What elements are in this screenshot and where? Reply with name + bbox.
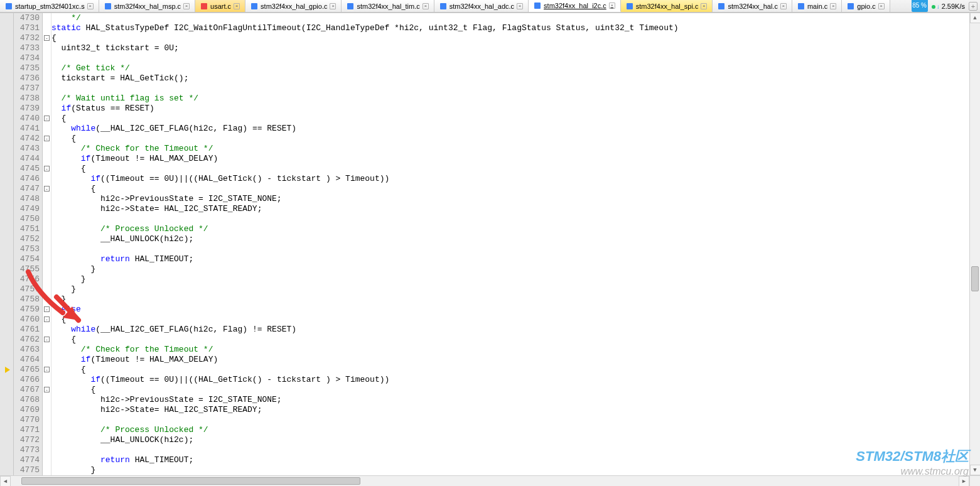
fold-cell-4767[interactable]: - — [44, 385, 50, 395]
code-line-4757[interactable]: } — [51, 284, 980, 294]
fold-cell-4765[interactable]: - — [44, 365, 50, 375]
bp-cell-4754[interactable] — [0, 254, 13, 264]
fold-cell-4747[interactable]: - — [44, 184, 50, 194]
tab-close-button[interactable]: × — [517, 3, 523, 9]
code-line-4740[interactable]: { — [51, 114, 980, 124]
tab-close-button[interactable]: × — [701, 3, 707, 9]
fold-toggle-icon[interactable]: - — [44, 367, 50, 372]
code-line-4771[interactable]: /* Process Unlocked */ — [51, 425, 980, 435]
bp-cell-4731[interactable] — [0, 23, 13, 33]
tab-stm32f4xx_hal_spi-c[interactable]: stm32f4xx_hal_spi.c× — [621, 0, 713, 12]
bp-cell-4737[interactable] — [0, 84, 13, 94]
bp-cell-4748[interactable] — [0, 194, 13, 204]
code-line-4748[interactable]: hi2c->PreviousState = I2C_STATE_NONE; — [51, 194, 980, 204]
bp-cell-4757[interactable] — [0, 284, 13, 294]
tab-close-button[interactable]: × — [234, 3, 240, 9]
code-line-4773[interactable] — [51, 445, 980, 455]
tab-stm32f4xx_hal_i2c-c[interactable]: stm32f4xx_hal_i2c.c× — [529, 0, 621, 12]
vertical-scrollbar[interactable]: ▲ ▼ — [969, 13, 980, 475]
tab-stm32f4xx_hal_gpio-c[interactable]: stm32f4xx_hal_gpio.c× — [245, 0, 342, 12]
code-line-4753[interactable] — [51, 244, 980, 254]
bp-cell-4764[interactable] — [0, 355, 13, 365]
code-line-4737[interactable] — [51, 84, 980, 94]
tab-close-button[interactable]: × — [330, 3, 336, 9]
fold-cell-4760[interactable]: - — [44, 315, 50, 325]
code-line-4758[interactable]: } — [51, 294, 980, 305]
tab-usart-c[interactable]: usart.c× — [195, 0, 245, 12]
code-line-4762[interactable]: { — [51, 335, 980, 345]
code-area[interactable]: */static HAL_StatusTypeDef I2C_WaitOnFla… — [51, 13, 980, 486]
bp-cell-4773[interactable] — [0, 445, 13, 455]
bp-cell-4761[interactable] — [0, 325, 13, 335]
code-line-4744[interactable]: if(Timeout != HAL_MAX_DELAY) — [51, 154, 980, 164]
fold-cell-4759[interactable]: - — [44, 305, 50, 315]
bp-cell-4742[interactable] — [0, 134, 13, 144]
code-line-4745[interactable]: { — [51, 164, 980, 174]
tab-gpio-c[interactable]: gpio.c× — [842, 0, 890, 12]
bp-cell-4743[interactable] — [0, 144, 13, 154]
fold-toggle-icon[interactable]: - — [44, 306, 50, 312]
tab-stm32f4xx_hal_tim-c[interactable]: stm32f4xx_hal_tim.c× — [342, 0, 434, 12]
code-line-4764[interactable]: if(Timeout != HAL_MAX_DELAY) — [51, 355, 980, 365]
bp-cell-4760[interactable] — [0, 315, 13, 325]
code-line-4761[interactable]: while(__HAL_I2C_GET_FLAG(hi2c, Flag) != … — [51, 325, 980, 335]
code-line-4772[interactable]: __HAL_UNLOCK(hi2c); — [51, 435, 980, 445]
code-line-4742[interactable]: { — [51, 134, 980, 144]
code-line-4769[interactable]: hi2c->State= HAL_I2C_STATE_READY; — [51, 405, 980, 415]
tab-stm32f4xx_hal_adc-c[interactable]: stm32f4xx_hal_adc.c× — [434, 0, 529, 12]
code-line-4735[interactable]: /* Get tick */ — [51, 63, 980, 73]
fold-toggle-icon[interactable]: - — [44, 337, 50, 342]
fold-gutter[interactable]: ---------- — [43, 13, 51, 486]
bp-cell-4767[interactable] — [0, 385, 13, 395]
code-line-4766[interactable]: if((Timeout == 0U)||((HAL_GetTick() - ti… — [51, 375, 980, 385]
bp-cell-4741[interactable] — [0, 124, 13, 134]
code-line-4734[interactable] — [51, 53, 980, 63]
code-line-4730[interactable]: */ — [51, 13, 980, 23]
bp-cell-4772[interactable] — [0, 435, 13, 445]
bp-cell-4759[interactable] — [0, 305, 13, 315]
code-line-4743[interactable]: /* Check for the Timeout */ — [51, 144, 980, 154]
bp-cell-4745[interactable] — [0, 164, 13, 174]
bp-cell-4770[interactable] — [0, 415, 13, 425]
code-line-4760[interactable]: { — [51, 315, 980, 325]
fold-cell-4762[interactable]: - — [44, 335, 50, 345]
scroll-down-button[interactable]: ▼ — [970, 465, 981, 475]
tab-main-c[interactable]: main.c× — [792, 0, 842, 12]
bp-cell-4746[interactable] — [0, 174, 13, 184]
bp-cell-4750[interactable] — [0, 214, 13, 224]
tab-close-button[interactable]: × — [423, 3, 429, 9]
code-line-4739[interactable]: if(Status == RESET) — [51, 104, 980, 114]
code-line-4738[interactable]: /* Wait until flag is set */ — [51, 94, 980, 104]
code-line-4733[interactable]: uint32_t tickstart = 0U; — [51, 43, 980, 53]
code-line-4741[interactable]: while(__HAL_I2C_GET_FLAG(hi2c, Flag) == … — [51, 124, 980, 134]
vscroll-thumb[interactable] — [971, 266, 979, 291]
horizontal-scrollbar[interactable]: ◀ ▶ — [0, 475, 969, 486]
bp-cell-4771[interactable] — [0, 425, 13, 435]
tab-startup_stm32f401xc-s[interactable]: startup_stm32f401xc.s× — [0, 0, 99, 12]
scroll-up-button[interactable]: ▲ — [970, 13, 981, 23]
bp-cell-4744[interactable] — [0, 154, 13, 164]
code-line-4746[interactable]: if((Timeout == 0U)||((HAL_GetTick() - ti… — [51, 174, 980, 184]
bp-cell-4769[interactable] — [0, 405, 13, 415]
bp-cell-4756[interactable] — [0, 274, 13, 284]
bp-cell-4768[interactable] — [0, 395, 13, 405]
code-line-4775[interactable]: } — [51, 465, 980, 475]
fold-toggle-icon[interactable]: - — [44, 35, 50, 41]
fold-toggle-icon[interactable]: - — [44, 186, 50, 192]
add-tab-button[interactable]: + — [969, 2, 977, 11]
fold-cell-4732[interactable]: - — [44, 33, 50, 43]
bp-cell-4740[interactable] — [0, 114, 13, 124]
bp-cell-4751[interactable] — [0, 224, 13, 234]
code-line-4765[interactable]: { — [51, 365, 980, 375]
code-line-4774[interactable]: return HAL_TIMEOUT; — [51, 455, 980, 465]
code-line-4736[interactable]: tickstart = HAL_GetTick(); — [51, 73, 980, 84]
hscroll-thumb[interactable] — [21, 477, 360, 485]
code-line-4752[interactable]: __HAL_UNLOCK(hi2c); — [51, 234, 980, 244]
code-line-4756[interactable]: } — [51, 274, 980, 284]
fold-toggle-icon[interactable]: - — [44, 166, 50, 171]
code-line-4770[interactable] — [51, 415, 980, 425]
bp-cell-4758[interactable] — [0, 294, 13, 305]
vscroll-track[interactable] — [970, 23, 980, 465]
fold-cell-4740[interactable]: - — [44, 114, 50, 124]
code-line-4759[interactable]: else — [51, 305, 980, 315]
